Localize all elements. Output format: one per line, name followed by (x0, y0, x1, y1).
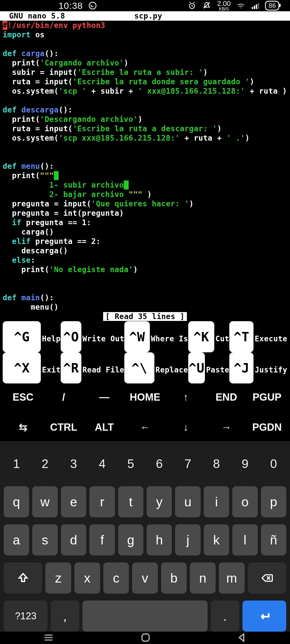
editor-status-message: [ Read 35 lines ] (0, 312, 290, 321)
key-p[interactable]: p (261, 486, 286, 517)
signal-icon (251, 2, 259, 10)
key-m[interactable]: m (219, 562, 245, 594)
extra-key-alt[interactable]: ALT (84, 418, 125, 436)
shortcut-where-is[interactable]: ^W Where Is (124, 321, 188, 352)
space-key[interactable] (82, 601, 208, 632)
keyboard-row-2: asdfghjklñ (0, 524, 290, 555)
editor-titlebar: GNU nano 5.8 scp.py (0, 11, 290, 21)
extra-key-pgdn[interactable]: PGDN (247, 418, 287, 436)
period-key[interactable]: . (211, 601, 239, 632)
key-q[interactable]: q (4, 486, 29, 517)
nano-editor[interactable]: GNU nano 5.8 scp.py #!/usr/bin/env pytho… (0, 11, 290, 383)
svg-rect-3 (254, 6, 255, 9)
alarm-icon (188, 1, 196, 10)
shortcut-cut[interactable]: ^K Cut (188, 321, 230, 352)
svg-rect-11 (142, 634, 149, 641)
extra-key-pgup[interactable]: PGUP (247, 388, 287, 406)
whatsapp-icon (88, 1, 97, 10)
keyboard-row-1: qwertyuiop (0, 486, 290, 517)
shift-key[interactable] (4, 562, 42, 594)
shortcut-help[interactable]: ^G Help (3, 321, 61, 352)
extra-key-ctrl[interactable]: CTRL (43, 418, 84, 436)
extra-key-↑[interactable]: ↑ (165, 388, 206, 406)
key-c[interactable]: c (103, 562, 129, 594)
navigation-bar (0, 632, 290, 644)
keyboard-row-4: ?123 , . (0, 601, 290, 632)
home-button[interactable] (140, 632, 151, 644)
key-9[interactable]: 9 (232, 448, 258, 479)
key-n[interactable]: n (190, 562, 216, 594)
key-s[interactable]: s (32, 524, 57, 555)
extra-key-/[interactable]: / (43, 388, 84, 406)
code-content[interactable]: #!/usr/bin/env python3 import os def car… (0, 21, 290, 312)
battery-indicator: 86 (265, 1, 279, 10)
shortcut-paste[interactable]: ^U Paste (188, 352, 230, 383)
shortcut-replace[interactable]: ^\ Replace (124, 352, 188, 383)
key-u[interactable]: u (175, 486, 200, 517)
shortcut-write-out[interactable]: ^O Write Out (61, 321, 124, 352)
key-k[interactable]: k (204, 524, 229, 555)
extra-key-esc[interactable]: ESC (3, 388, 43, 406)
key-e[interactable]: e (61, 486, 86, 517)
key-r[interactable]: r (89, 486, 115, 517)
key-g[interactable]: g (118, 524, 143, 555)
key-j[interactable]: j (175, 524, 200, 555)
key-b[interactable]: b (161, 562, 187, 594)
extra-key-←[interactable]: ← (125, 418, 165, 436)
key-4[interactable]: 4 (89, 448, 115, 479)
editor-shortcuts: ^G Help^O Write Out^W Where Is^K Cut^T E… (0, 321, 290, 383)
shortcut-exit[interactable]: ^X Exit (3, 352, 61, 383)
key-i[interactable]: i (204, 486, 229, 517)
key-5[interactable]: 5 (118, 448, 143, 479)
status-bar: 10:38 2.00 KB/S 86 (0, 0, 290, 11)
symbols-key[interactable]: ?123 (4, 601, 48, 632)
svg-rect-2 (252, 7, 253, 9)
key-v[interactable]: v (132, 562, 158, 594)
key-o[interactable]: o (232, 486, 258, 517)
extra-key-—[interactable]: — (84, 388, 125, 406)
recents-button[interactable] (43, 632, 55, 644)
editor-filename: scp.py (102, 11, 194, 21)
key-a[interactable]: a (4, 524, 29, 555)
vibrate-icon (202, 1, 211, 10)
key-z[interactable]: z (45, 562, 71, 594)
key-1[interactable]: 1 (4, 448, 29, 479)
svg-rect-5 (258, 3, 259, 9)
extra-key-↓[interactable]: ↓ (165, 418, 206, 436)
svg-rect-4 (256, 4, 257, 9)
key-d[interactable]: d (61, 524, 86, 555)
extra-key-⇆[interactable]: ⇆ (3, 418, 43, 436)
extra-key-home[interactable]: HOME (125, 388, 165, 406)
enter-key[interactable] (242, 601, 286, 632)
shortcut-justify[interactable]: ^J Justify (229, 352, 287, 383)
extra-key-→[interactable]: → (206, 418, 247, 436)
back-button[interactable] (237, 632, 247, 644)
key-x[interactable]: x (74, 562, 100, 594)
keyboard-number-row: 1234567890 (0, 448, 290, 479)
key-y[interactable]: y (147, 486, 172, 517)
key-6[interactable]: 6 (147, 448, 172, 479)
key-f[interactable]: f (89, 524, 115, 555)
key-2[interactable]: 2 (32, 448, 57, 479)
key-l[interactable]: l (232, 524, 258, 555)
key-w[interactable]: w (32, 486, 57, 517)
extra-key-end[interactable]: END (206, 388, 247, 406)
editor-app-name: GNU nano 5.8 (3, 11, 102, 21)
shortcut-execute[interactable]: ^T Execute (229, 321, 287, 352)
wifi-icon (237, 1, 245, 10)
key-h[interactable]: h (147, 524, 172, 555)
extra-keys-row: ESC/—HOME↑ENDPGUP⇆CTRLALT←↓→PGDN (0, 383, 290, 441)
key-t[interactable]: t (118, 486, 143, 517)
comma-key[interactable]: , (51, 601, 79, 632)
key-ñ[interactable]: ñ (261, 524, 286, 555)
key-8[interactable]: 8 (204, 448, 229, 479)
key-7[interactable]: 7 (175, 448, 200, 479)
key-3[interactable]: 3 (61, 448, 86, 479)
backspace-key[interactable] (248, 562, 286, 594)
soft-keyboard: 1234567890 qwertyuiop asdfghjklñ zxcvbnm… (0, 441, 290, 632)
shortcut-read-file[interactable]: ^R Read File (61, 352, 124, 383)
status-time: 10:38 (59, 1, 83, 11)
key-0[interactable]: 0 (261, 448, 286, 479)
keyboard-row-3: zxcvbnm (0, 562, 290, 594)
network-speed: 2.00 KB/S (217, 0, 231, 11)
